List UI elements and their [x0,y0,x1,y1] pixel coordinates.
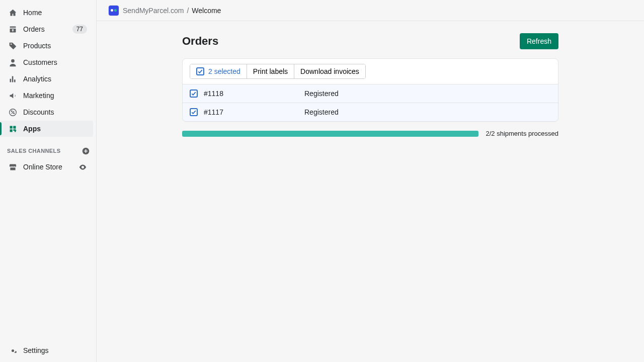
orders-table: #1118 Registered #1117 Registered [183,84,558,121]
breadcrumb-app[interactable]: SendMyParcel.com [123,7,184,15]
analytics-icon [8,74,17,83]
section-header-label: SALES CHANNELS [7,148,60,154]
bulk-action-bar: 2 selected Print labels Download invoice… [183,59,558,84]
sidebar-item-label: Analytics [23,75,51,83]
sidebar-item-apps[interactable]: Apps [0,121,93,137]
breadcrumb-page: Welcome [192,7,221,15]
apps-icon [8,124,17,133]
bulk-button-group: 2 selected Print labels Download invoice… [190,64,366,79]
row-checkbox[interactable] [190,108,198,116]
sidebar-item-discounts[interactable]: Discounts [0,104,93,120]
selected-count-segment[interactable]: 2 selected [190,64,247,78]
customers-icon [8,58,17,67]
table-row[interactable]: #1118 Registered [183,84,558,103]
topbar: SendMyParcel.com / Welcome [97,0,644,21]
row-checkbox[interactable] [190,89,198,98]
breadcrumb: SendMyParcel.com / Welcome [123,7,221,15]
sidebar-item-label: Orders [23,25,45,33]
table-row[interactable]: #1117 Registered [183,103,558,121]
progress-bar [182,131,478,137]
download-invoices-button[interactable]: Download invoices [294,64,365,78]
sidebar: Home Orders 77 Products Customers [0,0,97,362]
print-labels-button[interactable]: Print labels [247,64,294,78]
sidebar-item-label: Apps [23,125,41,133]
page-title: Orders [182,35,218,48]
discounts-icon [8,108,17,117]
refresh-button[interactable]: Refresh [520,33,558,49]
content: Orders Refresh 2 selected Print labels D… [97,21,644,362]
page-header: Orders Refresh [182,33,558,49]
sidebar-item-orders[interactable]: Orders 77 [0,21,93,37]
sidebar-item-products[interactable]: Products [0,38,93,54]
orders-count-badge: 77 [72,25,87,34]
products-icon [8,41,17,50]
order-id: #1117 [204,108,304,116]
select-all-checkbox[interactable] [196,67,204,75]
home-icon [8,8,17,17]
orders-card: 2 selected Print labels Download invoice… [182,58,558,122]
sidebar-item-label: Customers [23,58,57,66]
sidebar-item-home[interactable]: Home [0,5,93,21]
gear-icon [8,346,17,355]
sidebar-item-label: Discounts [23,108,54,116]
sidebar-item-settings[interactable]: Settings [0,342,93,358]
order-status: Registered [304,108,551,116]
progress-fill [182,131,478,137]
order-id: #1118 [204,89,304,98]
selected-count-label: 2 selected [208,67,240,75]
sidebar-item-label: Online Store [23,163,62,171]
sidebar-item-marketing[interactable]: Marketing [0,87,93,104]
sidebar-item-label: Products [23,42,51,50]
sidebar-item-online-store[interactable]: Online Store [0,159,93,175]
sales-channels-header: SALES CHANNELS [0,137,96,158]
sidebar-item-label: Home [23,9,42,17]
progress-text: 2/2 shipments processed [486,130,558,137]
sidebar-item-label: Marketing [23,92,54,100]
main: SendMyParcel.com / Welcome Orders Refres… [97,0,644,362]
store-icon [8,162,17,171]
view-store-icon[interactable] [78,162,87,171]
marketing-icon [8,91,17,100]
add-channel-icon[interactable] [81,146,90,155]
breadcrumb-separator: / [187,7,189,15]
sidebar-item-label: Settings [23,346,49,354]
order-status: Registered [304,89,551,98]
sidebar-item-analytics[interactable]: Analytics [0,71,93,87]
progress-section: 2/2 shipments processed [182,130,558,137]
sidebar-item-customers[interactable]: Customers [0,54,93,70]
app-logo [109,6,119,16]
orders-icon [8,25,17,34]
